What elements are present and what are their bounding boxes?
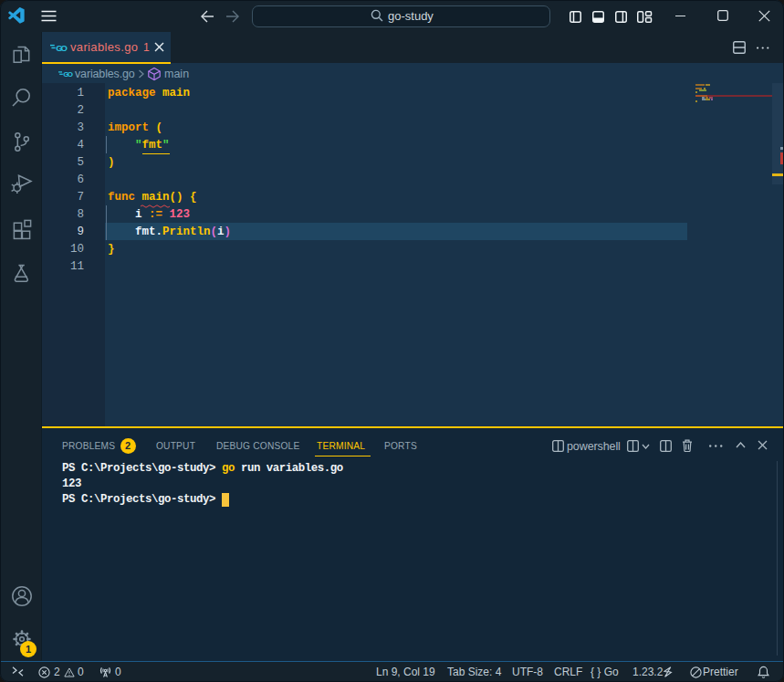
svg-text:GO: GO <box>56 43 68 53</box>
svg-text:GO: GO <box>63 70 73 79</box>
